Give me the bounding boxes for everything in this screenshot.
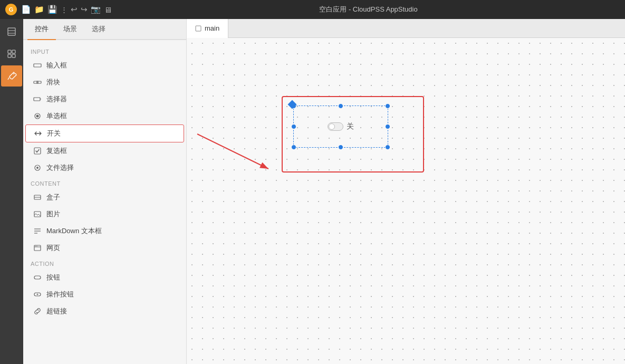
svg-rect-5	[8, 54, 11, 58]
svg-rect-12	[34, 98, 40, 101]
item-button-label: 按钮	[46, 273, 60, 282]
item-link[interactable]: 超链接	[25, 303, 184, 320]
radio-icon	[33, 111, 42, 121]
component-panel: 控件 场景 选择 INPUT 输入框 滑块	[23, 19, 187, 364]
item-slider-label: 滑块	[46, 78, 60, 87]
item-action-button-label: 操作按钮	[46, 290, 74, 299]
panel-scroll: INPUT 输入框 滑块 选择器	[23, 40, 186, 364]
window-title: 空白应用 - CloudPSS AppStudio	[117, 5, 620, 14]
item-action-button[interactable]: 操作按钮	[25, 286, 184, 303]
checkbox-icon	[33, 146, 42, 156]
canvas-tab-main-label: main	[205, 24, 219, 32]
canvas-body[interactable]: 关	[187, 38, 625, 364]
item-image[interactable]: 图片	[25, 206, 184, 223]
arrow-overlay	[187, 38, 625, 364]
section-action: ACTION	[23, 256, 186, 269]
item-radio-label: 单选框	[46, 111, 67, 121]
new-file-icon[interactable]: 📄	[21, 5, 31, 14]
section-content: CONTENT	[23, 176, 186, 189]
toolbar: 📄 📁 💾 ⋮ ↩ ↪ 📷 🖥	[21, 5, 112, 14]
handle-mid-right[interactable]	[385, 124, 390, 129]
action-button-icon	[33, 290, 42, 299]
handle-bottom-mid[interactable]	[338, 145, 343, 150]
svg-rect-16	[34, 148, 41, 154]
svg-rect-4	[12, 50, 15, 53]
redo-icon[interactable]: ↪	[81, 5, 88, 14]
main-layout: 控件 场景 选择 INPUT 输入框 滑块	[0, 19, 625, 364]
sidebar-components-btn[interactable]	[1, 43, 22, 64]
section-input: INPUT	[23, 44, 186, 57]
sidebar-tools-btn[interactable]	[1, 65, 22, 87]
item-selector-label: 选择器	[46, 94, 67, 104]
svg-point-31	[37, 294, 39, 295]
item-checkbox[interactable]: 复选框	[25, 142, 184, 159]
svg-rect-11	[36, 81, 39, 84]
item-markdown[interactable]: MarkDown 文本框	[25, 223, 184, 240]
more-icon[interactable]: ⋮	[61, 6, 68, 14]
canvas-area: main	[187, 19, 625, 364]
svg-point-15	[36, 115, 39, 118]
handle-bottom-left[interactable]	[291, 145, 296, 150]
widget-inner: 关	[283, 97, 423, 171]
svg-point-27	[35, 246, 36, 247]
item-markdown-label: MarkDown 文本框	[46, 226, 102, 236]
handle-top-right[interactable]	[385, 103, 390, 109]
undo-icon[interactable]: ↩	[71, 5, 78, 14]
box-icon	[33, 193, 42, 202]
switch-track[interactable]	[328, 122, 343, 131]
item-input-box[interactable]: 输入框	[25, 57, 184, 74]
selection-box: 关	[293, 106, 388, 148]
widget-container: 关	[282, 96, 424, 173]
switch-knob	[329, 123, 335, 130]
button-icon	[33, 273, 42, 282]
item-webpage[interactable]: 网页	[25, 240, 184, 256]
svg-point-7	[13, 73, 14, 74]
handle-top-mid[interactable]	[338, 103, 343, 109]
svg-point-28	[36, 246, 37, 247]
svg-line-34	[197, 134, 268, 169]
item-box[interactable]: 盒子	[25, 189, 184, 206]
webpage-icon	[33, 243, 42, 253]
switch-widget[interactable]: 关	[328, 122, 354, 131]
handle-bottom-right[interactable]	[385, 145, 390, 150]
diamond-handle[interactable]	[288, 100, 297, 109]
open-icon[interactable]: 📁	[34, 5, 44, 14]
icon-sidebar	[0, 19, 23, 364]
switch-label: 关	[347, 122, 354, 131]
sidebar-layers-btn[interactable]	[1, 21, 22, 42]
svg-rect-29	[34, 276, 41, 279]
svg-point-18	[36, 167, 39, 169]
item-button[interactable]: 按钮	[25, 269, 184, 286]
image-icon	[33, 209, 42, 219]
item-switch[interactable]: 开关	[25, 124, 184, 142]
svg-rect-3	[8, 50, 11, 53]
item-switch-label: 开关	[47, 129, 61, 138]
item-selector[interactable]: 选择器	[25, 91, 184, 108]
item-input-box-label: 输入框	[46, 61, 67, 70]
selector-icon	[33, 94, 42, 104]
tab-controls[interactable]: 控件	[27, 19, 56, 40]
screenshot-icon[interactable]: 📷	[91, 5, 101, 14]
item-radio[interactable]: 单选框	[25, 108, 184, 124]
panel-tabs: 控件 场景 选择	[23, 19, 186, 40]
item-slider[interactable]: 滑块	[25, 74, 184, 91]
item-link-label: 超链接	[46, 306, 67, 316]
canvas-tabs: main	[187, 19, 625, 38]
svg-rect-0	[8, 28, 15, 35]
svg-rect-8	[34, 64, 41, 67]
canvas-dotted[interactable]: 关	[187, 38, 625, 364]
save-icon[interactable]: 💾	[47, 5, 57, 14]
handle-mid-left[interactable]	[291, 124, 296, 129]
item-checkbox-label: 复选框	[46, 146, 67, 156]
link-icon	[33, 306, 42, 316]
item-box-label: 盒子	[46, 193, 60, 202]
canvas-tab-main[interactable]: main	[187, 19, 228, 38]
item-file-select[interactable]: 文件选择	[25, 159, 184, 176]
input-box-icon	[33, 61, 42, 70]
preview-icon[interactable]: 🖥	[104, 5, 112, 14]
page-icon	[195, 25, 201, 32]
tab-select[interactable]: 选择	[84, 19, 113, 40]
tab-scenes[interactable]: 场景	[56, 19, 84, 40]
svg-rect-6	[12, 54, 15, 58]
switch-icon	[33, 129, 43, 138]
